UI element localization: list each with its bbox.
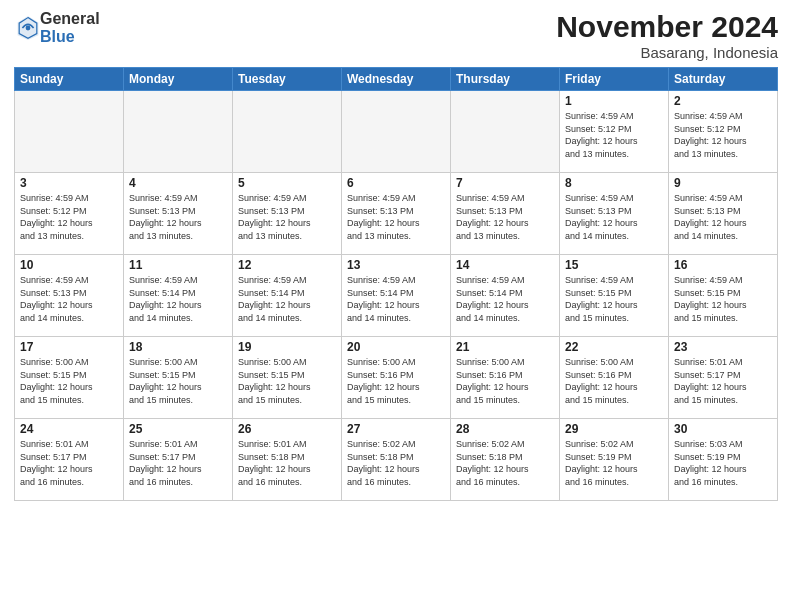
day-number: 15: [565, 258, 663, 272]
week-row-0: 1Sunrise: 4:59 AM Sunset: 5:12 PM Daylig…: [15, 91, 778, 173]
day-number: 28: [456, 422, 554, 436]
day-number: 26: [238, 422, 336, 436]
day-info: Sunrise: 4:59 AM Sunset: 5:13 PM Dayligh…: [456, 192, 554, 242]
calendar-cell-2-4: 14Sunrise: 4:59 AM Sunset: 5:14 PM Dayli…: [451, 255, 560, 337]
day-number: 7: [456, 176, 554, 190]
header-wednesday: Wednesday: [342, 68, 451, 91]
day-number: 25: [129, 422, 227, 436]
day-number: 8: [565, 176, 663, 190]
day-info: Sunrise: 5:00 AM Sunset: 5:16 PM Dayligh…: [565, 356, 663, 406]
day-info: Sunrise: 5:00 AM Sunset: 5:15 PM Dayligh…: [129, 356, 227, 406]
day-number: 29: [565, 422, 663, 436]
day-number: 12: [238, 258, 336, 272]
calendar-cell-0-0: [15, 91, 124, 173]
day-info: Sunrise: 5:02 AM Sunset: 5:18 PM Dayligh…: [347, 438, 445, 488]
calendar-cell-2-3: 13Sunrise: 4:59 AM Sunset: 5:14 PM Dayli…: [342, 255, 451, 337]
calendar-cell-4-6: 30Sunrise: 5:03 AM Sunset: 5:19 PM Dayli…: [669, 419, 778, 501]
calendar-cell-3-1: 18Sunrise: 5:00 AM Sunset: 5:15 PM Dayli…: [124, 337, 233, 419]
day-number: 9: [674, 176, 772, 190]
calendar-cell-2-1: 11Sunrise: 4:59 AM Sunset: 5:14 PM Dayli…: [124, 255, 233, 337]
main-container: General Blue November 2024 Basarang, Ind…: [0, 0, 792, 612]
calendar-cell-2-2: 12Sunrise: 4:59 AM Sunset: 5:14 PM Dayli…: [233, 255, 342, 337]
day-number: 2: [674, 94, 772, 108]
calendar-cell-0-6: 2Sunrise: 4:59 AM Sunset: 5:12 PM Daylig…: [669, 91, 778, 173]
calendar-cell-2-5: 15Sunrise: 4:59 AM Sunset: 5:15 PM Dayli…: [560, 255, 669, 337]
logo-icon: [16, 14, 40, 42]
day-info: Sunrise: 5:01 AM Sunset: 5:17 PM Dayligh…: [674, 356, 772, 406]
header-friday: Friday: [560, 68, 669, 91]
logo: General Blue: [14, 10, 100, 45]
day-number: 16: [674, 258, 772, 272]
calendar-cell-1-0: 3Sunrise: 4:59 AM Sunset: 5:12 PM Daylig…: [15, 173, 124, 255]
calendar-cell-3-6: 23Sunrise: 5:01 AM Sunset: 5:17 PM Dayli…: [669, 337, 778, 419]
calendar-cell-1-2: 5Sunrise: 4:59 AM Sunset: 5:13 PM Daylig…: [233, 173, 342, 255]
day-info: Sunrise: 4:59 AM Sunset: 5:14 PM Dayligh…: [129, 274, 227, 324]
calendar-cell-1-5: 8Sunrise: 4:59 AM Sunset: 5:13 PM Daylig…: [560, 173, 669, 255]
day-info: Sunrise: 4:59 AM Sunset: 5:14 PM Dayligh…: [347, 274, 445, 324]
logo-text: General Blue: [40, 10, 100, 45]
day-number: 11: [129, 258, 227, 272]
day-info: Sunrise: 5:00 AM Sunset: 5:15 PM Dayligh…: [20, 356, 118, 406]
calendar-cell-0-4: [451, 91, 560, 173]
day-info: Sunrise: 4:59 AM Sunset: 5:13 PM Dayligh…: [20, 274, 118, 324]
calendar-cell-3-3: 20Sunrise: 5:00 AM Sunset: 5:16 PM Dayli…: [342, 337, 451, 419]
calendar-cell-0-3: [342, 91, 451, 173]
day-number: 24: [20, 422, 118, 436]
day-number: 13: [347, 258, 445, 272]
week-row-3: 17Sunrise: 5:00 AM Sunset: 5:15 PM Dayli…: [15, 337, 778, 419]
week-row-1: 3Sunrise: 4:59 AM Sunset: 5:12 PM Daylig…: [15, 173, 778, 255]
header: General Blue November 2024 Basarang, Ind…: [14, 10, 778, 61]
calendar-cell-4-2: 26Sunrise: 5:01 AM Sunset: 5:18 PM Dayli…: [233, 419, 342, 501]
day-number: 22: [565, 340, 663, 354]
day-number: 1: [565, 94, 663, 108]
day-info: Sunrise: 5:00 AM Sunset: 5:16 PM Dayligh…: [456, 356, 554, 406]
week-row-2: 10Sunrise: 4:59 AM Sunset: 5:13 PM Dayli…: [15, 255, 778, 337]
header-monday: Monday: [124, 68, 233, 91]
svg-point-2: [26, 25, 31, 30]
day-info: Sunrise: 5:01 AM Sunset: 5:17 PM Dayligh…: [129, 438, 227, 488]
logo-blue-text: Blue: [40, 28, 100, 46]
calendar-header-row: Sunday Monday Tuesday Wednesday Thursday…: [15, 68, 778, 91]
calendar-cell-4-0: 24Sunrise: 5:01 AM Sunset: 5:17 PM Dayli…: [15, 419, 124, 501]
calendar-cell-4-3: 27Sunrise: 5:02 AM Sunset: 5:18 PM Dayli…: [342, 419, 451, 501]
calendar-title: November 2024: [556, 10, 778, 44]
calendar-cell-1-3: 6Sunrise: 4:59 AM Sunset: 5:13 PM Daylig…: [342, 173, 451, 255]
day-info: Sunrise: 4:59 AM Sunset: 5:14 PM Dayligh…: [456, 274, 554, 324]
day-info: Sunrise: 4:59 AM Sunset: 5:12 PM Dayligh…: [20, 192, 118, 242]
day-number: 4: [129, 176, 227, 190]
day-info: Sunrise: 5:01 AM Sunset: 5:18 PM Dayligh…: [238, 438, 336, 488]
calendar-cell-4-1: 25Sunrise: 5:01 AM Sunset: 5:17 PM Dayli…: [124, 419, 233, 501]
day-info: Sunrise: 5:03 AM Sunset: 5:19 PM Dayligh…: [674, 438, 772, 488]
calendar-cell-3-2: 19Sunrise: 5:00 AM Sunset: 5:15 PM Dayli…: [233, 337, 342, 419]
calendar-cell-1-1: 4Sunrise: 4:59 AM Sunset: 5:13 PM Daylig…: [124, 173, 233, 255]
header-thursday: Thursday: [451, 68, 560, 91]
day-number: 18: [129, 340, 227, 354]
calendar-cell-3-4: 21Sunrise: 5:00 AM Sunset: 5:16 PM Dayli…: [451, 337, 560, 419]
day-number: 19: [238, 340, 336, 354]
calendar-cell-4-5: 29Sunrise: 5:02 AM Sunset: 5:19 PM Dayli…: [560, 419, 669, 501]
calendar-cell-4-4: 28Sunrise: 5:02 AM Sunset: 5:18 PM Dayli…: [451, 419, 560, 501]
day-info: Sunrise: 5:02 AM Sunset: 5:19 PM Dayligh…: [565, 438, 663, 488]
day-number: 10: [20, 258, 118, 272]
calendar-cell-0-1: [124, 91, 233, 173]
day-number: 6: [347, 176, 445, 190]
day-number: 14: [456, 258, 554, 272]
day-number: 27: [347, 422, 445, 436]
day-number: 21: [456, 340, 554, 354]
calendar-cell-3-5: 22Sunrise: 5:00 AM Sunset: 5:16 PM Dayli…: [560, 337, 669, 419]
day-number: 30: [674, 422, 772, 436]
calendar-cell-0-2: [233, 91, 342, 173]
day-number: 17: [20, 340, 118, 354]
logo-general-text: General: [40, 10, 100, 28]
header-sunday: Sunday: [15, 68, 124, 91]
day-number: 20: [347, 340, 445, 354]
calendar-cell-3-0: 17Sunrise: 5:00 AM Sunset: 5:15 PM Dayli…: [15, 337, 124, 419]
day-info: Sunrise: 4:59 AM Sunset: 5:12 PM Dayligh…: [565, 110, 663, 160]
day-info: Sunrise: 5:02 AM Sunset: 5:18 PM Dayligh…: [456, 438, 554, 488]
calendar-cell-2-6: 16Sunrise: 4:59 AM Sunset: 5:15 PM Dayli…: [669, 255, 778, 337]
day-number: 23: [674, 340, 772, 354]
day-info: Sunrise: 4:59 AM Sunset: 5:13 PM Dayligh…: [565, 192, 663, 242]
day-info: Sunrise: 5:00 AM Sunset: 5:16 PM Dayligh…: [347, 356, 445, 406]
title-block: November 2024 Basarang, Indonesia: [556, 10, 778, 61]
calendar-cell-1-6: 9Sunrise: 4:59 AM Sunset: 5:13 PM Daylig…: [669, 173, 778, 255]
